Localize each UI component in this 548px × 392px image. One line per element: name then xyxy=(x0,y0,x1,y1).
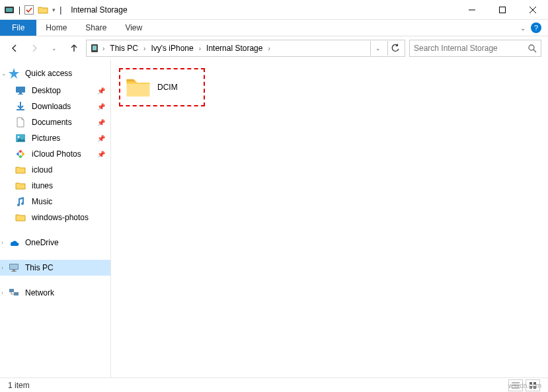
sidebar-item-label: Desktop xyxy=(32,86,61,95)
tab-share[interactable]: Share xyxy=(76,20,116,36)
back-button[interactable] xyxy=(7,40,22,56)
svg-rect-4 xyxy=(500,7,506,13)
svg-rect-23 xyxy=(10,264,18,269)
file-tab[interactable]: File xyxy=(0,20,36,36)
crumb-this-pc[interactable]: This PC xyxy=(107,42,141,54)
pictures-icon xyxy=(15,132,26,144)
sidebar-item-label: iCloud Photos xyxy=(32,149,81,159)
sidebar-item-icloud[interactable]: icloud xyxy=(0,162,110,178)
sidebar-item-label: OneDrive xyxy=(25,238,59,247)
star-icon xyxy=(8,67,20,79)
sidebar-item-itunes[interactable]: itunes xyxy=(0,178,110,194)
ribbon-right: ⌄ ? xyxy=(520,20,548,36)
sidebar-onedrive[interactable]: › OneDrive xyxy=(0,235,110,251)
content-area[interactable]: DCIM xyxy=(111,60,548,377)
sidebar-network-group: › Network xyxy=(0,285,110,301)
svg-rect-1 xyxy=(6,8,13,12)
qat-separator-2: | xyxy=(59,5,61,15)
sidebar-item-pictures[interactable]: Pictures 📌 xyxy=(0,130,110,146)
svg-line-10 xyxy=(533,50,536,52)
svg-point-21 xyxy=(17,153,19,155)
chevron-down-icon[interactable]: ⌄ xyxy=(1,70,7,77)
sidebar-item-music[interactable]: Music xyxy=(0,194,110,210)
sidebar-item-downloads[interactable]: Downloads 📌 xyxy=(0,98,110,114)
folder-icon xyxy=(15,180,26,192)
refresh-button[interactable] xyxy=(387,41,402,56)
navbar: ⌄ › This PC › Ivy's iPhone › Internal St… xyxy=(0,36,548,60)
sidebar-item-label: Pictures xyxy=(32,134,60,143)
qat-dropdown-icon[interactable]: ▾ xyxy=(52,7,56,13)
sidebar-item-desktop[interactable]: Desktop 📌 xyxy=(0,83,110,98)
help-icon[interactable]: ? xyxy=(531,22,541,33)
pin-icon: 📌 xyxy=(97,87,105,95)
sidebar-item-label: windows-photos xyxy=(32,213,89,222)
maximize-button[interactable] xyxy=(487,0,518,20)
sidebar-item-label: This PC xyxy=(25,263,54,272)
crumb-internal-storage[interactable]: Internal Storage xyxy=(204,42,265,54)
sidebar-quick-access[interactable]: ⌄ Quick access xyxy=(0,65,110,81)
crumb-sep-icon[interactable]: › xyxy=(199,45,201,52)
sidebar-item-documents[interactable]: Documents 📌 xyxy=(0,114,110,130)
sidebar-thispc-group: › This PC xyxy=(0,260,110,276)
tab-home[interactable]: Home xyxy=(36,20,76,36)
svg-rect-25 xyxy=(11,271,17,272)
svg-point-20 xyxy=(19,155,22,158)
crumb-sep-icon[interactable]: › xyxy=(143,45,145,52)
svg-point-9 xyxy=(529,45,534,50)
ribbon-expand-icon[interactable]: ⌄ xyxy=(520,24,526,32)
svg-point-19 xyxy=(22,153,24,155)
folder-dcim[interactable]: DCIM xyxy=(119,68,205,106)
search-box[interactable] xyxy=(409,40,541,57)
chevron-right-icon[interactable]: › xyxy=(1,290,3,296)
sidebar-item-label: Downloads xyxy=(32,102,71,111)
address-bar[interactable]: › This PC › Ivy's iPhone › Internal Stor… xyxy=(86,40,405,57)
pin-icon: 📌 xyxy=(97,151,105,158)
chevron-right-icon[interactable]: › xyxy=(1,264,3,271)
sidebar-network[interactable]: › Network xyxy=(0,285,110,301)
up-button[interactable] xyxy=(66,40,82,56)
tab-view[interactable]: View xyxy=(116,20,151,36)
pin-icon: 📌 xyxy=(97,119,105,126)
svg-point-16 xyxy=(18,136,20,138)
qat-folder-icon[interactable] xyxy=(38,5,48,15)
downloads-icon xyxy=(15,100,26,112)
status-bar: 1 item xyxy=(0,377,548,392)
recent-dropdown-button[interactable]: ⌄ xyxy=(46,40,62,56)
device-crumb-icon xyxy=(89,43,100,54)
chevron-right-icon[interactable]: › xyxy=(1,239,3,246)
address-dropdown-button[interactable]: ⌄ xyxy=(370,41,385,56)
this-pc-icon xyxy=(8,262,20,274)
crumb-sep-icon[interactable]: › xyxy=(268,45,270,52)
svg-rect-14 xyxy=(17,109,24,110)
svg-rect-8 xyxy=(93,46,97,50)
close-button[interactable] xyxy=(518,0,548,20)
sidebar-this-pc[interactable]: › This PC xyxy=(0,260,110,276)
sidebar-item-icloud-photos[interactable]: iCloud Photos 📌 xyxy=(0,146,110,162)
onedrive-icon xyxy=(8,237,20,249)
sidebar: ⌄ Quick access Desktop 📌 Downloads 📌 Doc… xyxy=(0,60,111,377)
pin-icon: 📌 xyxy=(97,135,105,142)
forward-button[interactable] xyxy=(26,40,42,56)
music-icon xyxy=(15,196,26,208)
folder-icon xyxy=(15,164,26,176)
folder-icon xyxy=(15,212,26,223)
svg-point-18 xyxy=(19,150,22,153)
status-text: 1 item xyxy=(8,381,30,390)
pin-icon: 📌 xyxy=(97,103,105,110)
crumb-sep-icon[interactable]: › xyxy=(102,45,104,52)
qat-checkbox-icon[interactable] xyxy=(24,5,34,15)
sidebar-item-label: Quick access xyxy=(25,69,72,78)
svg-rect-24 xyxy=(13,270,15,271)
svg-rect-26 xyxy=(9,289,14,292)
search-icon[interactable] xyxy=(528,44,537,53)
sidebar-item-label: Network xyxy=(25,288,54,297)
svg-rect-13 xyxy=(18,94,23,95)
search-input[interactable] xyxy=(414,44,528,53)
documents-icon xyxy=(15,116,26,128)
minimize-button[interactable] xyxy=(457,0,487,20)
qat-separator: | xyxy=(19,5,20,15)
sidebar-item-windows-photos[interactable]: windows-photos xyxy=(0,210,110,225)
sidebar-item-label: Documents xyxy=(32,118,72,127)
sidebar-quick-access-group: ⌄ Quick access Desktop 📌 Downloads 📌 Doc… xyxy=(0,65,110,225)
crumb-iphone[interactable]: Ivy's iPhone xyxy=(148,42,196,54)
